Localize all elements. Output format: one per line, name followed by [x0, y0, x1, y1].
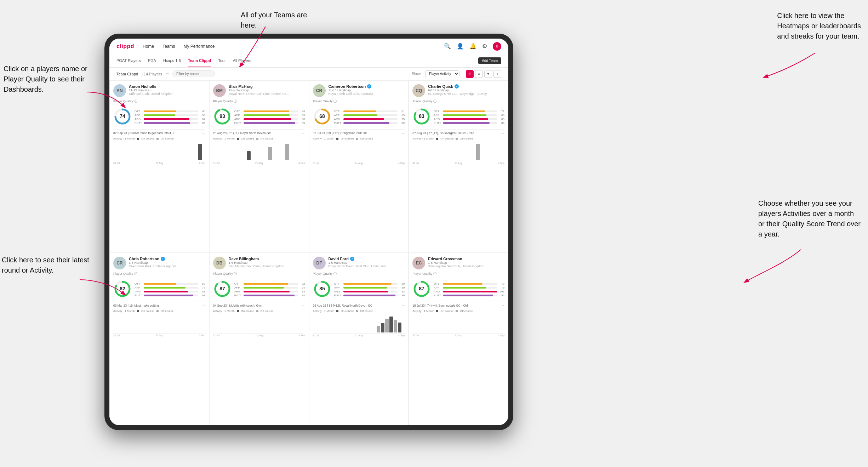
quality-circle[interactable]: 93	[213, 107, 232, 127]
chart-labels: 31 Jul21 Aug4 Sep	[213, 334, 305, 337]
edit-icon[interactable]: ✏	[166, 72, 169, 76]
tab-hcaps[interactable]: Hcaps 1-5	[163, 54, 181, 67]
team-name: Team Clippd	[116, 72, 138, 76]
recent-round[interactable]: 18 Jul 23 | 74 (+4), Sunningdale GC - Ol…	[412, 302, 504, 307]
quality-circle[interactable]: 68	[313, 107, 331, 127]
quality-section[interactable]: 87 OTT 82 APP 74	[213, 280, 305, 300]
round-arrow-icon[interactable]: →	[302, 131, 305, 135]
add-team-button[interactable]: Add Team	[478, 57, 501, 64]
search-icon[interactable]: 🔍	[444, 43, 451, 50]
player-name[interactable]: Dave Billingham	[229, 257, 305, 261]
svg-text:87: 87	[219, 286, 225, 291]
player-card[interactable]: CR Chris Robertson ✓ 1-5 Handicap Craigm…	[109, 253, 209, 425]
quality-section[interactable]: 87 OTT 73 APP 79	[412, 280, 504, 300]
quality-circle[interactable]: 74	[113, 107, 132, 127]
bar-row-app: APP 85	[234, 114, 305, 117]
player-club: Sunningdale Golf Club, United Kingdom	[428, 264, 504, 268]
annotation-top-center: All of your Teams are here.	[241, 10, 322, 30]
player-card[interactable]: DF David Ford ✓ 1-5 Handicap Royal North…	[309, 253, 409, 425]
player-card[interactable]: CR Cameron Robertson ✓ 11-15 Handicap Ro…	[309, 80, 409, 253]
quality-section[interactable]: 83 OTT 77 APP 80	[412, 107, 504, 127]
recent-round[interactable]: 04 Sep 23 | Mobility with coach, Gym →	[213, 302, 305, 307]
round-arrow-icon[interactable]: →	[202, 303, 205, 307]
player-card[interactable]: CQ Charlie Quick ✓ 6-10 Handicap St. Geo…	[409, 80, 508, 253]
player-card[interactable]: BM Blair McHarg Plus Handicap Royal Nort…	[209, 80, 309, 253]
sort-button[interactable]: ↕	[493, 70, 501, 78]
round-arrow-icon[interactable]: →	[302, 303, 305, 307]
activity-section: Activity · 1 Month On course Off course …	[313, 309, 405, 421]
activity-section: Activity · 1 Month On course Off course …	[313, 137, 405, 249]
chart-area	[113, 314, 205, 334]
quality-circle[interactable]: 85	[313, 280, 331, 300]
recent-round[interactable]: 03 Mar 23 | 19, Must make putting →	[113, 302, 205, 307]
player-club: Sag Maging Golf Club, United Kingdom	[229, 264, 305, 268]
player-card[interactable]: EC Edward Crossman 1-5 Handicap Sunningd…	[409, 253, 508, 425]
quality-circle[interactable]: 82	[113, 280, 132, 300]
quality-label: Player Quality ⓘ	[412, 99, 504, 104]
nav-teams[interactable]: Teams	[162, 44, 175, 49]
settings-icon[interactable]: ⚙	[482, 43, 487, 50]
activity-section: Activity · 1 Month On course Off course …	[213, 137, 305, 249]
nav-my-performance[interactable]: My Performance	[183, 44, 215, 49]
round-arrow-icon[interactable]: →	[501, 303, 504, 307]
quality-circle[interactable]: 87	[412, 280, 431, 300]
svg-text:85: 85	[319, 286, 325, 291]
round-arrow-icon[interactable]: →	[401, 303, 405, 307]
filter-button[interactable]: ▼	[484, 70, 492, 78]
round-arrow-icon[interactable]: →	[401, 131, 405, 135]
tab-pgat-players[interactable]: PGAT Players	[116, 54, 141, 67]
quality-bars: OTT 77 APP 80 ARG 83	[434, 110, 504, 125]
player-name[interactable]: David Ford ✓	[329, 257, 405, 261]
recent-round[interactable]: 26 Aug 23 | 73 (+1), Royal North Devon G…	[213, 129, 305, 135]
ipad-frame: clippd Home Teams My Performance 🔍 👤 🔔 ⚙…	[104, 34, 513, 430]
quality-circle[interactable]: 83	[412, 107, 431, 127]
round-arrow-icon[interactable]: →	[501, 131, 504, 135]
quality-section[interactable]: 82 OTT 60 APP 77	[113, 280, 205, 300]
quality-label: Player Quality ⓘ	[412, 272, 504, 276]
player-name[interactable]: Chris Robertson ✓	[129, 257, 205, 261]
recent-round[interactable]: 26 Aug 23 | 84 (+12), Royal North Devon …	[313, 302, 405, 307]
grid-view-button[interactable]: ⊞	[466, 70, 474, 78]
chart-labels: 31 Jul21 Aug4 Sep	[412, 334, 504, 337]
player-name[interactable]: Charlie Quick ✓	[428, 84, 504, 89]
player-card[interactable]: DB Dave Billingham 1-5 Handicap Sag Magi…	[209, 253, 309, 425]
player-name[interactable]: Aaron Nicholls	[129, 84, 205, 89]
nav-home[interactable]: Home	[143, 44, 154, 49]
app-logo[interactable]: clippd	[116, 43, 134, 50]
show-label: Show:	[412, 72, 422, 76]
recent-round[interactable]: 02 Sep 23 | Sunset round to get back int…	[113, 129, 205, 135]
quality-section[interactable]: 93 OTT 84 APP 85	[213, 107, 305, 127]
bell-icon[interactable]: 🔔	[469, 43, 476, 50]
list-view-button[interactable]: ≡	[475, 70, 483, 78]
profile-icon[interactable]: 👤	[457, 43, 464, 50]
on-course-legend	[336, 310, 338, 312]
user-avatar[interactable]: U	[493, 42, 501, 51]
round-arrow-icon[interactable]: →	[202, 131, 205, 135]
chart-labels: 31 Jul21 Aug4 Sep	[412, 162, 504, 164]
player-club: Royal North Devon Golf Club, United Kni.…	[329, 264, 405, 268]
quality-section[interactable]: 68 OTT 61 APP 63	[313, 107, 405, 127]
player-name[interactable]: Blair McHarg	[229, 84, 305, 89]
player-name[interactable]: Edward Crossman	[428, 257, 504, 261]
bar-row-putt: PUTT 92	[434, 294, 504, 297]
player-avatar: CR	[113, 257, 126, 269]
tab-tour[interactable]: Tour	[218, 54, 225, 67]
quality-section[interactable]: 74 OTT 60 APP 58	[113, 107, 205, 127]
bar-row-putt: PUTT 85	[135, 121, 205, 125]
quality-circle[interactable]: 87	[213, 280, 232, 300]
tab-all-players[interactable]: All Players	[233, 54, 251, 67]
player-card[interactable]: AN Aaron Nicholls 11-15 Handicap Drift G…	[109, 80, 209, 253]
player-name[interactable]: Cameron Robertson ✓	[329, 84, 405, 89]
filter-input[interactable]	[172, 70, 215, 77]
recent-round[interactable]: 07 Aug 23 | 77 (+7), St George's Hill GC…	[412, 129, 504, 135]
bar-row-app: APP 79	[434, 286, 504, 289]
show-select[interactable]: Player Activity	[425, 70, 459, 77]
quality-bars: OTT 82 APP 74 ARG 85	[234, 282, 305, 297]
player-handicap: 1-5 Handicap	[329, 261, 405, 264]
quality-bars: OTT 73 APP 79 ARG 103	[434, 282, 504, 297]
player-info: Charlie Quick ✓ 6-10 Handicap St. George…	[428, 84, 504, 96]
tab-pga[interactable]: PGA	[148, 54, 156, 67]
recent-round[interactable]: 02 Jul 23 | 59 (+17), Craigmillar Park G…	[313, 129, 405, 135]
quality-section[interactable]: 85 OTT 89 APP 80	[313, 280, 405, 300]
tab-team-clippd[interactable]: Team Clippd	[188, 54, 211, 67]
